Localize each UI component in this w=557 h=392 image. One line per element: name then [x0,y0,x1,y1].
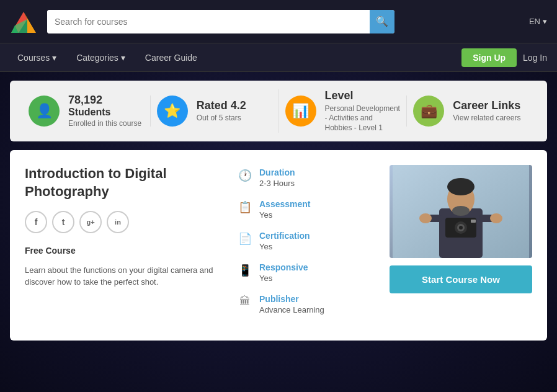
stat-rating: ⭐ Rated 4.2 Out of 5 stars [150,96,278,127]
facebook-share-button[interactable]: f [25,211,47,233]
certification-label: Certification [259,231,310,241]
career-icon: 💼 [413,96,444,127]
certification-icon: 📄 [238,232,252,246]
chevron-down-icon: ▾ [121,53,125,63]
linkedin-share-button[interactable]: in [107,211,129,233]
main-content: 👤 78,192 Students Enrolled in this cours… [0,72,557,349]
clock-icon: 🕐 [238,169,252,182]
responsive-label: Responsive [259,262,308,272]
rating-desc: Out of 5 stars [197,114,246,123]
career-label: Career Links [453,99,520,113]
level-label: Level [325,89,401,103]
stat-students: 👤 78,192 Students Enrolled in this cours… [22,94,150,129]
nav-item-categories[interactable]: Categories ▾ [69,48,133,68]
course-description: Learn about the functions on your digita… [25,264,223,288]
duration-label: Duration [259,167,295,177]
header-right: EN ▾ [529,17,547,26]
course-thumbnail [393,165,529,258]
search-bar: 🔍 [47,10,394,33]
detail-responsive: 📱 Responsive Yes [238,262,375,283]
twitter-share-button[interactable]: t [52,211,74,233]
students-count: 78,192 [68,94,141,107]
svg-point-8 [447,178,475,195]
responsive-icon: 📱 [238,264,252,277]
svg-rect-14 [471,220,476,223]
detail-publisher: 🏛 Publisher Advance Learning [238,294,375,314]
search-input[interactable] [47,10,370,33]
lang-label: EN [529,17,540,26]
stats-bar: 👤 78,192 Students Enrolled in this cours… [10,81,547,141]
detail-assessment: 📋 Assessment Yes [238,199,375,220]
search-button[interactable]: 🔍 [370,10,394,33]
nav-item-career-guide[interactable]: Career Guide [138,48,205,68]
svg-point-9 [452,206,470,216]
students-label: Students [68,107,141,118]
header: 🔍 EN ▾ [0,0,557,43]
social-icons: f t g+ in [25,211,223,233]
signup-button[interactable]: Sign Up [461,48,517,67]
chevron-down-icon: ▾ [52,53,56,63]
rating-icon: ⭐ [157,96,188,127]
responsive-value: Yes [259,274,308,283]
logo [10,7,37,37]
certification-value: Yes [259,242,310,251]
svg-point-17 [419,213,432,223]
course-left: Introduction to Digital Photography f t … [25,165,223,326]
stat-students-text: 78,192 Students Enrolled in this course [68,94,141,129]
stat-level-text: Level Personal Development - Activities … [325,89,401,133]
publisher-label: Publisher [259,294,324,304]
login-button[interactable]: Log In [523,53,547,63]
publisher-value: Advance Learning [259,305,324,314]
assessment-label: Assessment [259,199,311,209]
googleplus-share-button[interactable]: g+ [79,211,102,233]
career-desc: View related careers [453,114,520,123]
level-icon: 📊 [285,96,316,127]
duration-value: 2-3 Hours [259,179,295,188]
svg-point-13 [459,226,463,229]
rating-value: Rated 4.2 [197,99,246,113]
nav-item-courses[interactable]: Courses ▾ [10,48,64,68]
level-desc: Personal Development - Activities and Ho… [325,104,401,133]
course-card: Introduction to Digital Photography f t … [10,150,547,341]
start-course-button[interactable]: Start Course Now [390,265,532,293]
language-selector[interactable]: EN ▾ [529,17,547,26]
nav-courses-label: Courses [17,53,50,63]
students-desc: Enrolled in this course [68,119,141,129]
detail-duration: 🕐 Duration 2-3 Hours [238,167,375,188]
nav-categories-label: Categories [76,53,118,63]
detail-certification: 📄 Certification Yes [238,231,375,251]
students-icon: 👤 [29,96,60,127]
free-course-label: Free Course [25,246,223,256]
course-right: Start Course Now [390,165,532,326]
stat-rating-text: Rated 4.2 Out of 5 stars [197,99,246,123]
assessment-icon: 📋 [238,200,252,214]
nav-career-label: Career Guide [145,53,197,63]
svg-point-18 [490,213,502,223]
course-title: Introduction to Digital Photography [25,165,223,200]
stat-level: 📊 Level Personal Development - Activitie… [278,89,407,133]
chevron-down-icon: ▾ [543,17,547,26]
stat-career-text: Career Links View related careers [453,99,520,123]
course-details: 🕐 Duration 2-3 Hours 📋 Assessment Yes 📄 … [238,165,375,326]
stat-career: 💼 Career Links View related careers [406,96,535,127]
nav: Courses ▾ Categories ▾ Career Guide Sign… [0,43,557,72]
publisher-icon: 🏛 [238,295,252,308]
assessment-value: Yes [259,210,311,220]
nav-right: Sign Up Log In [461,48,547,67]
course-image [390,165,532,258]
